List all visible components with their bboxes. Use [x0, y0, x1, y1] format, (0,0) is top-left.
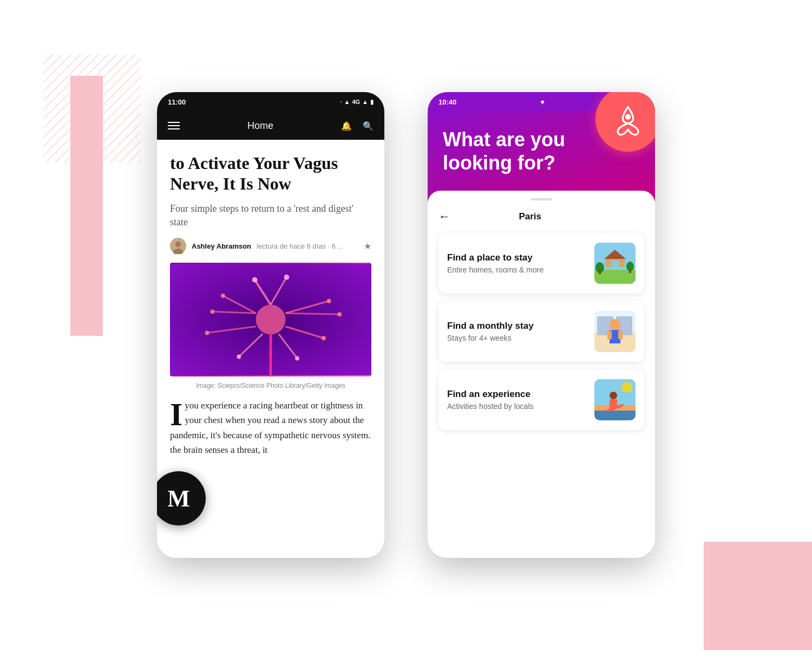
option-title-place-to-stay: Find a place to stay	[447, 252, 543, 263]
svg-rect-45	[618, 330, 623, 339]
option-subtitle-experience: Activities hosted by locals	[447, 402, 534, 411]
option-image-person	[594, 311, 636, 352]
svg-point-27	[337, 312, 342, 316]
option-subtitle-monthly-stay: Stays for 4+ weeks	[447, 334, 534, 342]
image-caption: Image: Sciepro/Science Photo Library/Get…	[170, 382, 371, 389]
option-text-experience: Find an experience Activities hosted by …	[447, 389, 534, 411]
svg-point-26	[327, 299, 331, 303]
wifi-icon: ▲	[344, 99, 350, 105]
sheet-handle	[531, 198, 552, 200]
svg-point-3	[175, 242, 181, 247]
medium-status-bar: 11:00 · ▲ 4G ▲ ▮	[157, 92, 384, 112]
airbnb-sheet: ← Paris Find a place to stay Entire home…	[428, 191, 655, 448]
sheet-location-title: Paris	[519, 211, 541, 222]
svg-point-50	[610, 392, 617, 399]
signal-icon: ▲	[362, 99, 368, 105]
article-meta-details: lectura de hace 6 días · 6 ...	[257, 242, 343, 250]
airbnb-time: 10:40	[438, 98, 456, 106]
option-card-experience[interactable]: Find an experience Activities hosted by …	[438, 369, 644, 430]
article-body: I you experience a racing heartbeat or t…	[170, 398, 371, 457]
option-image-surfer	[594, 379, 636, 420]
svg-point-24	[295, 356, 299, 361]
airbnb-phone: 10:40 ♥ ⏰ ▲ What are you looking for? ← …	[428, 92, 655, 558]
article-body-text: you experience a racing heartbeat or tig…	[170, 400, 370, 455]
medium-time: 11:00	[168, 98, 186, 106]
svg-point-25	[322, 336, 326, 341]
main-container: 11:00 · ▲ 4G ▲ ▮ Home 🔔 🔍 to	[0, 0, 812, 650]
hamburger-line-2	[168, 125, 180, 126]
sheet-nav: ← Paris	[438, 211, 644, 222]
medium-status-icons: · ▲ 4G ▲ ▮	[340, 99, 374, 106]
option-title-monthly-stay: Find a monthly stay	[447, 321, 534, 332]
airbnb-heart-icon: ♥	[540, 98, 545, 106]
svg-point-22	[205, 331, 209, 335]
svg-rect-33	[611, 261, 619, 267]
hamburger-line-1	[168, 122, 180, 123]
svg-point-21	[210, 310, 214, 314]
svg-point-6	[256, 305, 286, 335]
article-meta: Ashley Abramson lectura de hace 6 días ·…	[170, 238, 371, 254]
option-card-monthly-stay[interactable]: Find a monthly stay Stays for 4+ weeks	[438, 301, 644, 362]
option-card-place-to-stay[interactable]: Find a place to stay Entire homes, rooms…	[438, 233, 644, 294]
search-icon[interactable]: 🔍	[363, 121, 374, 131]
option-title-experience: Find an experience	[447, 389, 534, 400]
back-button[interactable]: ←	[438, 210, 450, 224]
option-subtitle-place-to-stay: Entire homes, rooms & more	[447, 265, 543, 274]
svg-rect-44	[607, 330, 612, 339]
dot-icon: ·	[340, 99, 342, 105]
svg-point-23	[237, 355, 241, 359]
hamburger-line-3	[168, 128, 180, 129]
medium-nav-bar: Home 🔔 🔍	[157, 112, 384, 140]
article-subtitle: Four simple steps to return to a 'rest a…	[170, 202, 371, 229]
option-image-house	[594, 243, 636, 284]
svg-point-47	[621, 382, 632, 393]
star-icon[interactable]: ★	[364, 241, 371, 251]
svg-point-28	[625, 114, 631, 119]
notification-icon[interactable]: 🔔	[341, 121, 352, 131]
svg-rect-35	[599, 270, 601, 274]
medium-phone: 11:00 · ▲ 4G ▲ ▮ Home 🔔 🔍 to	[157, 92, 384, 558]
svg-line-16	[285, 313, 339, 314]
svg-point-18	[252, 277, 258, 283]
medium-nav-title: Home	[247, 120, 273, 132]
author-name: Ashley Abramson	[192, 242, 251, 250]
battery-icon: ▮	[370, 99, 374, 106]
svg-rect-37	[629, 269, 631, 273]
hamburger-menu-button[interactable]	[168, 122, 180, 129]
svg-point-42	[610, 319, 620, 330]
network-icon: 4G	[352, 99, 360, 105]
svg-point-19	[284, 275, 289, 280]
article-title: to Activate Your Vagus Nerve, It Is Now	[170, 153, 371, 194]
author-avatar	[170, 238, 186, 254]
option-text-place-to-stay: Find a place to stay Entire homes, rooms…	[447, 252, 543, 274]
medium-nav-icons: 🔔 🔍	[341, 121, 374, 131]
article-image	[170, 263, 371, 376]
svg-point-20	[221, 294, 225, 298]
drop-cap: I	[170, 398, 185, 427]
option-text-monthly-stay: Find a monthly stay Stays for 4+ weeks	[447, 321, 534, 342]
